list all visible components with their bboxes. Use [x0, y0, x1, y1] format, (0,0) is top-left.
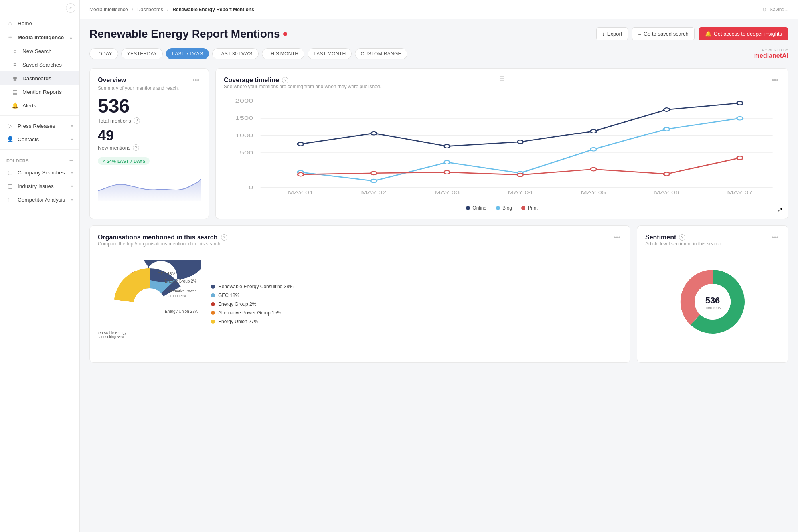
timeline-hamburger-button[interactable]: ☰: [499, 75, 505, 83]
growth-arrow-icon: ↗: [102, 158, 105, 164]
main-content: Media Intelligence / Dashboards / Renewa…: [80, 0, 798, 532]
bell-icon: 🔔: [11, 102, 18, 109]
chevron-up-icon: ▲: [69, 35, 73, 40]
date-filter-last30[interactable]: LAST 30 DAYS: [212, 48, 258, 59]
sidebar-item-contacts[interactable]: 👤 Contacts ▾: [0, 133, 79, 146]
svg-text:Energy Union 27%: Energy Union 27%: [165, 309, 198, 314]
timeline-menu-button[interactable]: •••: [770, 77, 780, 84]
go-to-saved-search-button[interactable]: ≡ Go to saved search: [632, 27, 694, 40]
breadcrumb-sep-2: /: [167, 7, 168, 12]
sidebar-item-new-search[interactable]: ○ New Search: [0, 44, 79, 58]
sidebar-item-mention-reports[interactable]: ▤ Mention Reports: [0, 85, 79, 99]
svg-point-31: [737, 117, 743, 120]
svg-text:MAY 04: MAY 04: [508, 190, 533, 195]
svg-point-21: [518, 140, 523, 144]
svg-text:Renewable Energy: Renewable Energy: [98, 331, 127, 335]
sentiment-help-icon[interactable]: ?: [679, 234, 685, 241]
breadcrumb-sep-1: /: [132, 7, 133, 12]
svg-point-34: [444, 170, 450, 174]
sidebar-item-competitor-analysis[interactable]: ▢ Competitor Analysis ▾: [0, 193, 79, 206]
new-mentions-label: New mentions ?: [98, 144, 201, 151]
page-title: Renewable Energy Report Mentions: [89, 28, 280, 40]
svg-point-39: [134, 288, 166, 320]
breadcrumb-media-intelligence[interactable]: Media Intelligence: [89, 7, 128, 12]
sidebar-item-saved-searches[interactable]: ≡ Saved Searches: [0, 58, 79, 71]
svg-point-38: [737, 156, 743, 160]
sidebar-collapse-button[interactable]: «: [66, 3, 75, 13]
svg-text:Energy Group 2%: Energy Group 2%: [165, 279, 197, 283]
sidebar-item-dashboards[interactable]: ▦ Dashboards: [0, 71, 79, 85]
date-filter-custom[interactable]: CUSTOM RANGE: [355, 48, 407, 59]
live-indicator-dot: [283, 32, 287, 36]
sidebar: « ⌂ Home ＋ Media Intelligence ▲ ○ New Se…: [0, 0, 80, 532]
sentiment-menu-button[interactable]: •••: [770, 234, 780, 241]
new-mentions-help-icon[interactable]: ?: [133, 144, 139, 151]
svg-text:2000: 2000: [235, 98, 253, 104]
bell-icon-2: 🔔: [705, 31, 711, 37]
organisations-card: Organisations mentioned in this search ?…: [89, 225, 630, 363]
svg-text:MAY 03: MAY 03: [435, 190, 460, 195]
coverage-legend: Online Blog Print: [224, 205, 780, 211]
cards-row-2: Organisations mentioned in this search ?…: [89, 225, 788, 363]
date-filter-today[interactable]: TODAY: [89, 48, 118, 59]
svg-point-36: [591, 168, 597, 171]
legend-energy-union: Energy Union 27%: [211, 319, 294, 324]
chevron-down-icon: ▾: [71, 124, 73, 128]
svg-text:GEC 18%: GEC 18%: [158, 272, 176, 276]
svg-point-33: [371, 171, 377, 175]
svg-text:MAY 06: MAY 06: [654, 190, 679, 195]
sidebar-item-press-releases[interactable]: ▷ Press Releases ▾: [0, 119, 79, 133]
overview-menu-button[interactable]: •••: [191, 77, 201, 84]
date-filter-this-month[interactable]: THIS MONTH: [262, 48, 305, 59]
organisations-subtitle: Compare the top 5 organisations mentione…: [98, 241, 227, 247]
legend-print: Print: [521, 205, 538, 211]
add-folder-button[interactable]: +: [69, 158, 73, 164]
total-mentions-label: Total mentions ?: [98, 117, 201, 124]
svg-point-20: [444, 144, 450, 148]
sentiment-subtitle: Article level sentiment in this search.: [645, 241, 723, 247]
export-button[interactable]: ↓ Export: [596, 27, 628, 40]
chevron-down-icon-2: ▾: [71, 137, 73, 142]
sidebar-item-media-intelligence[interactable]: ＋ Media Intelligence ▲: [0, 30, 79, 44]
svg-text:MAY 07: MAY 07: [727, 190, 752, 195]
total-mentions-count: 536: [98, 97, 201, 116]
cards-row-1: Overview ••• Summary of your mentions an…: [89, 68, 788, 219]
date-filter-last-month[interactable]: LAST MONTH: [308, 48, 352, 59]
breadcrumb-dashboards[interactable]: Dashboards: [137, 7, 163, 12]
svg-point-35: [518, 173, 523, 177]
overview-subtitle: Summary of your mentions and reach.: [98, 85, 201, 91]
sidebar-item-industry-issues[interactable]: ▢ Industry Issues ▾: [0, 179, 79, 193]
sidebar-item-company-searches[interactable]: ▢ Company Searches ▾: [0, 166, 79, 179]
svg-point-23: [664, 108, 670, 111]
svg-text:536: 536: [705, 295, 720, 305]
timeline-help-icon[interactable]: ?: [282, 77, 288, 83]
date-filter-last7[interactable]: LAST 7 DAYS: [166, 48, 209, 59]
svg-point-30: [664, 127, 670, 131]
svg-text:MAY 02: MAY 02: [361, 190, 386, 195]
sidebar-item-home[interactable]: ⌂ Home: [0, 16, 79, 30]
sentiment-title: Sentiment: [645, 234, 676, 241]
svg-text:1000: 1000: [235, 133, 253, 138]
svg-text:MAY 05: MAY 05: [581, 190, 606, 195]
deeper-insights-button[interactable]: 🔔 Get access to deeper insights: [699, 27, 788, 40]
folder-icon: ▢: [6, 169, 14, 176]
sentiment-donut-area: 536 mentions: [645, 254, 780, 350]
svg-point-22: [591, 129, 597, 133]
overview-sparkline: [98, 173, 201, 201]
organisations-help-icon[interactable]: ?: [221, 234, 227, 241]
svg-text:1500: 1500: [235, 116, 253, 121]
organisations-menu-button[interactable]: •••: [612, 234, 622, 241]
list-icon: ≡: [11, 61, 18, 68]
growth-badge: ↗ 24% LAST 7 DAYS: [98, 157, 150, 165]
expand-icon[interactable]: ↗: [777, 206, 782, 213]
date-filter-yesterday[interactable]: YESTERDAY: [121, 48, 163, 59]
svg-point-29: [591, 148, 597, 151]
report-icon: ▤: [11, 89, 18, 95]
powered-by: POWERED BY medianetAI: [754, 48, 788, 59]
overview-card: Overview ••• Summary of your mentions an…: [89, 68, 209, 219]
sidebar-item-alerts[interactable]: 🔔 Alerts: [0, 99, 79, 112]
organisations-legend: Renewable Energy Consulting 38% GEC 18% …: [211, 284, 294, 324]
sentiment-card: Sentiment ? Article level sentiment in t…: [637, 225, 788, 363]
overview-card-header: Overview •••: [98, 77, 201, 84]
total-mentions-help-icon[interactable]: ?: [134, 117, 140, 124]
